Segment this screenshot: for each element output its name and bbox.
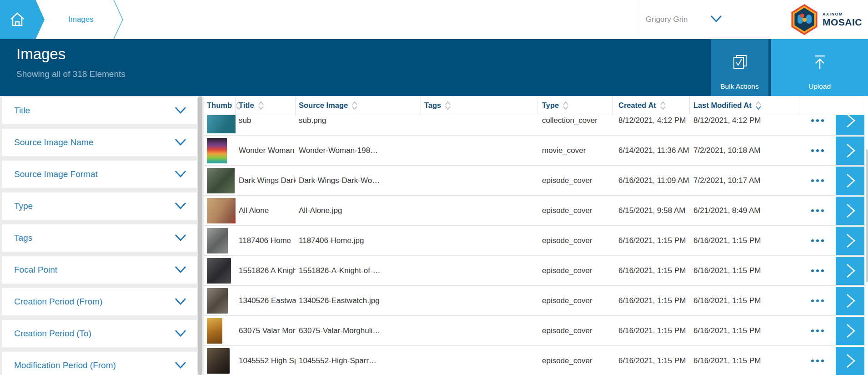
upload-button[interactable]: Upload bbox=[771, 39, 868, 96]
ellipsis-icon bbox=[811, 269, 814, 272]
sort-icon bbox=[352, 101, 357, 110]
sort-icon bbox=[445, 101, 451, 110]
filter-tags[interactable]: Tags bbox=[2, 224, 197, 252]
chevron-down-icon bbox=[174, 106, 187, 115]
column-header-thumb[interactable]: Thumb bbox=[204, 96, 236, 115]
title-cell: 1187406 Home bbox=[236, 236, 296, 245]
eastwatch-thumbnail bbox=[207, 288, 228, 314]
title-cell: Dark Wings Dark Wo… bbox=[236, 176, 296, 185]
ellipsis-icon bbox=[816, 360, 819, 362]
created-at-cell: 6/16/2021, 1:15 PM bbox=[613, 326, 690, 335]
open-row-button[interactable] bbox=[836, 347, 864, 375]
sort-icon bbox=[756, 101, 761, 110]
open-row-button[interactable] bbox=[836, 197, 864, 225]
chevron-down-icon bbox=[174, 233, 187, 243]
row-actions-menu[interactable] bbox=[799, 299, 836, 302]
open-row-button[interactable] bbox=[836, 227, 864, 255]
ellipsis-icon bbox=[811, 209, 814, 212]
filter-label: Tags bbox=[14, 233, 174, 243]
source-image-cell: All-Alone.jpg bbox=[296, 206, 421, 215]
column-header-label: Thumb bbox=[207, 101, 232, 110]
filter-creation-period-to[interactable]: Creation Period (To) bbox=[2, 320, 197, 347]
open-cell bbox=[836, 287, 865, 315]
column-header-last-modified-at[interactable]: Last Modified At bbox=[690, 96, 799, 115]
all-alone-thumbnail bbox=[207, 198, 236, 223]
filter-label: Focal Point bbox=[14, 265, 174, 275]
chevron-down-icon[interactable] bbox=[709, 14, 723, 24]
thumb-cell bbox=[204, 228, 236, 253]
ellipsis-icon bbox=[811, 179, 814, 182]
chevron-right-icon bbox=[843, 233, 857, 249]
filter-creation-period-from[interactable]: Creation Period (From) bbox=[2, 288, 197, 315]
filter-source-image-name[interactable]: Source Image Name bbox=[2, 129, 197, 156]
created-at-cell: 6/16/2021, 1:15 PM bbox=[613, 356, 690, 365]
last-modified-at-cell: 6/16/2021, 1:15 PM bbox=[690, 356, 799, 365]
open-row-button[interactable] bbox=[836, 137, 864, 165]
user-menu[interactable]: Grigory Grin bbox=[646, 0, 688, 39]
ellipsis-icon bbox=[821, 360, 824, 362]
thumb-cell bbox=[204, 258, 236, 284]
filter-focal-point[interactable]: Focal Point bbox=[2, 256, 197, 284]
ellipsis-icon bbox=[816, 239, 819, 242]
row-actions-menu[interactable] bbox=[799, 209, 836, 212]
table-scrollbar[interactable] bbox=[865, 96, 868, 375]
row-actions-menu[interactable] bbox=[799, 149, 836, 152]
column-header-label: Type bbox=[542, 101, 559, 110]
created-at-cell: 6/15/2021, 9:58 AM bbox=[613, 206, 690, 215]
breadcrumb-chevron-icon bbox=[113, 0, 125, 39]
column-header-created-at[interactable]: Created At bbox=[613, 96, 690, 115]
chevron-down-icon bbox=[174, 297, 187, 306]
chevron-down-icon bbox=[174, 265, 187, 274]
topbar-divider bbox=[640, 3, 640, 36]
breadcrumb-images[interactable]: Images bbox=[68, 0, 94, 39]
home-button[interactable] bbox=[0, 0, 45, 39]
ellipsis-icon bbox=[816, 149, 819, 152]
ellipsis-icon bbox=[821, 269, 824, 272]
row-actions-menu[interactable] bbox=[799, 360, 836, 362]
open-row-button[interactable] bbox=[836, 257, 864, 285]
ellipsis-icon bbox=[816, 329, 819, 332]
filter-modification-period-from[interactable]: Modification Period (From) bbox=[2, 352, 197, 375]
created-at-cell: 6/16/2021, 1:15 PM bbox=[613, 296, 690, 305]
row-actions-menu[interactable] bbox=[799, 179, 836, 182]
open-row-button[interactable] bbox=[836, 317, 864, 345]
row-actions-menu[interactable] bbox=[799, 269, 836, 272]
open-cell bbox=[836, 257, 865, 285]
logo-brand-top: AXINOM bbox=[823, 12, 862, 16]
row-actions-menu[interactable] bbox=[799, 119, 836, 122]
row-actions-menu[interactable] bbox=[799, 329, 836, 332]
open-row-button[interactable] bbox=[836, 167, 864, 195]
chevron-right-icon bbox=[843, 172, 857, 189]
sort-icon bbox=[258, 101, 264, 110]
table-row: 1551826 A Knight of t…1551826-A-Knight-o… bbox=[204, 256, 865, 286]
filter-sidebar: TitleSource Image NameSource Image Forma… bbox=[0, 96, 197, 375]
ellipsis-icon bbox=[821, 239, 824, 242]
thumb-cell bbox=[204, 138, 236, 163]
chevron-down-icon bbox=[174, 329, 187, 338]
open-row-button[interactable] bbox=[836, 287, 864, 315]
type-cell: episode_cover bbox=[537, 266, 613, 275]
type-cell: episode_cover bbox=[537, 326, 613, 335]
table-header-row: ThumbTitleSource ImageTagsTypeCreated At… bbox=[204, 96, 865, 115]
filter-type[interactable]: Type bbox=[2, 193, 197, 220]
source-image-cell: Wonder-Woman-198… bbox=[296, 146, 421, 155]
title-cell: 1045552 High Sparrow bbox=[236, 356, 296, 365]
ellipsis-icon bbox=[821, 209, 824, 212]
sidebar-scrollbar[interactable] bbox=[198, 96, 202, 375]
filter-source-image-format[interactable]: Source Image Format bbox=[2, 161, 197, 188]
table-scrollbar-thumb[interactable] bbox=[866, 149, 868, 282]
column-header-title[interactable]: Title bbox=[236, 96, 296, 115]
column-header-source-image[interactable]: Source Image bbox=[296, 96, 421, 115]
column-header-type[interactable]: Type bbox=[537, 96, 613, 115]
row-actions-menu[interactable] bbox=[799, 239, 836, 242]
column-header-tags[interactable]: Tags bbox=[421, 96, 537, 115]
column-header-label: Source Image bbox=[299, 101, 348, 110]
bulk-actions-button[interactable]: Bulk Actions bbox=[711, 39, 768, 96]
a-knight-thumbnail bbox=[207, 258, 231, 284]
open-cell bbox=[836, 167, 865, 195]
source-image-cell: 1340526-Eastwatch.jpg bbox=[296, 296, 421, 305]
ellipsis-icon bbox=[811, 239, 814, 242]
logo-brand-bottom: MOSAIC bbox=[823, 17, 862, 28]
source-image-cell: 63075-Valar-Morghuli… bbox=[296, 326, 421, 335]
filter-title[interactable]: Title bbox=[2, 97, 197, 124]
